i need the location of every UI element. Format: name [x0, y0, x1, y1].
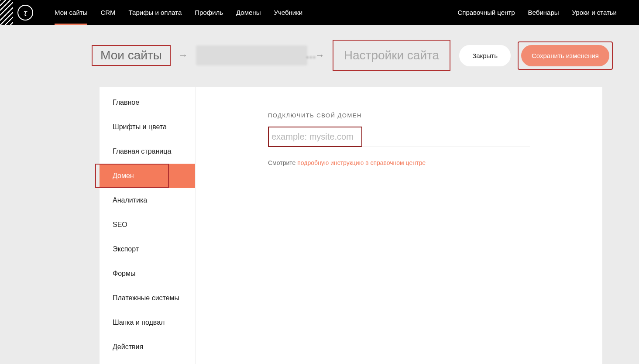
arrow-right-icon: →: [179, 50, 188, 61]
domain-input-row: [268, 127, 602, 147]
side-payments[interactable]: Платежные системы: [100, 286, 195, 310]
side-header-footer[interactable]: Шапка и подвал: [100, 310, 195, 335]
breadcrumb-site-name[interactable]: [196, 45, 307, 65]
side-seo[interactable]: SEO: [100, 213, 195, 237]
side-home-page[interactable]: Главная страница: [100, 139, 195, 164]
side-fonts-colors[interactable]: Шрифты и цвета: [100, 115, 195, 139]
nav-my-sites[interactable]: Мои сайты: [48, 0, 94, 25]
nav-lessons[interactable]: Уроки и статьи: [566, 0, 623, 25]
close-button[interactable]: Закрыть: [459, 45, 511, 66]
logo[interactable]: τ: [17, 5, 33, 21]
wave-decoration: [0, 0, 13, 25]
breadcrumb: Мои сайты → → Настройки сайта: [92, 40, 450, 71]
hint-prefix: Смотрите: [268, 159, 297, 166]
nav-left: Мои сайтыCRMТарифы и оплатаПрофильДомены…: [48, 0, 309, 25]
breadcrumb-my-sites[interactable]: Мои сайты: [92, 45, 171, 66]
breadcrumb-settings: Настройки сайта: [333, 40, 450, 71]
side-forms[interactable]: Формы: [100, 261, 195, 286]
topbar: τ Мои сайтыCRMТарифы и оплатаПрофильДоме…: [0, 0, 639, 25]
save-button[interactable]: Сохранить изменения: [521, 45, 609, 66]
subheader: Мои сайты → → Настройки сайта Закрыть Со…: [0, 25, 639, 87]
nav-crm[interactable]: CRM: [94, 0, 122, 25]
nav-help-center[interactable]: Справочный центр: [451, 0, 521, 25]
side-domain[interactable]: Домен: [100, 164, 195, 188]
side-export[interactable]: Экспорт: [100, 237, 195, 261]
input-underline: [361, 147, 530, 147]
action-buttons: Закрыть Сохранить изменения: [459, 41, 613, 70]
settings-main: ПОДКЛЮЧИТЬ СВОЙ ДОМЕН Смотрите подробную…: [196, 87, 602, 364]
arrow-right-icon: →: [315, 50, 325, 61]
nav-tutorials[interactable]: Учебники: [267, 0, 309, 25]
side-main[interactable]: Главное: [100, 90, 195, 115]
domain-field-label: ПОДКЛЮЧИТЬ СВОЙ ДОМЕН: [268, 112, 602, 119]
nav-right: Справочный центрВебинарыУроки и статьи: [451, 0, 623, 25]
topbar-left: τ Мои сайтыCRMТарифы и оплатаПрофильДоме…: [0, 0, 309, 25]
save-button-highlight: Сохранить изменения: [518, 41, 613, 70]
domain-input[interactable]: [271, 132, 359, 142]
nav-domains[interactable]: Домены: [230, 0, 267, 25]
side-analytics[interactable]: Аналитика: [100, 188, 195, 213]
nav-webinars[interactable]: Вебинары: [522, 0, 566, 25]
domain-hint: Смотрите подробную инструкцию в справочн…: [268, 159, 602, 166]
hint-link[interactable]: подробную инструкцию в справочном центре: [297, 159, 426, 166]
nav-profile[interactable]: Профиль: [188, 0, 230, 25]
domain-input-highlight: [268, 127, 362, 147]
nav-pricing[interactable]: Тарифы и оплата: [122, 0, 189, 25]
settings-sidebar: ГлавноеШрифты и цветаГлавная страницаДом…: [100, 87, 196, 364]
side-actions[interactable]: Действия: [100, 335, 195, 359]
settings-panel: ГлавноеШрифты и цветаГлавная страницаДом…: [100, 87, 602, 364]
